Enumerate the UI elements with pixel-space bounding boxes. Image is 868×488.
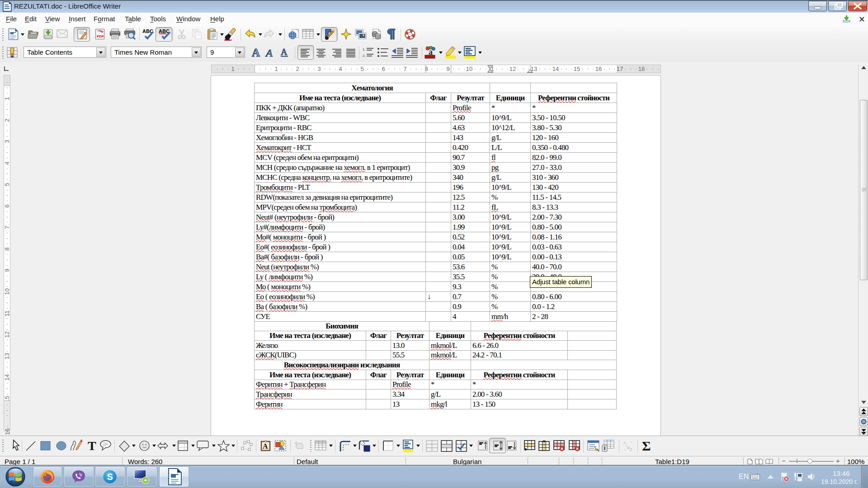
svg-text:T: T <box>88 440 96 452</box>
svg-text:A: A <box>265 47 273 57</box>
svg-text:Z: Z <box>630 447 632 452</box>
svg-text:1.: 1. <box>363 47 366 52</box>
svg-text:A: A <box>263 442 268 450</box>
svg-text:S: S <box>107 472 113 482</box>
svg-text:PDF: PDF <box>97 34 104 38</box>
svg-text:A: A <box>281 47 288 57</box>
svg-text:Σ: Σ <box>642 440 651 452</box>
svg-text:2.: 2. <box>363 54 366 58</box>
svg-text:A: A <box>623 441 626 445</box>
svg-text:A: A <box>252 47 260 57</box>
